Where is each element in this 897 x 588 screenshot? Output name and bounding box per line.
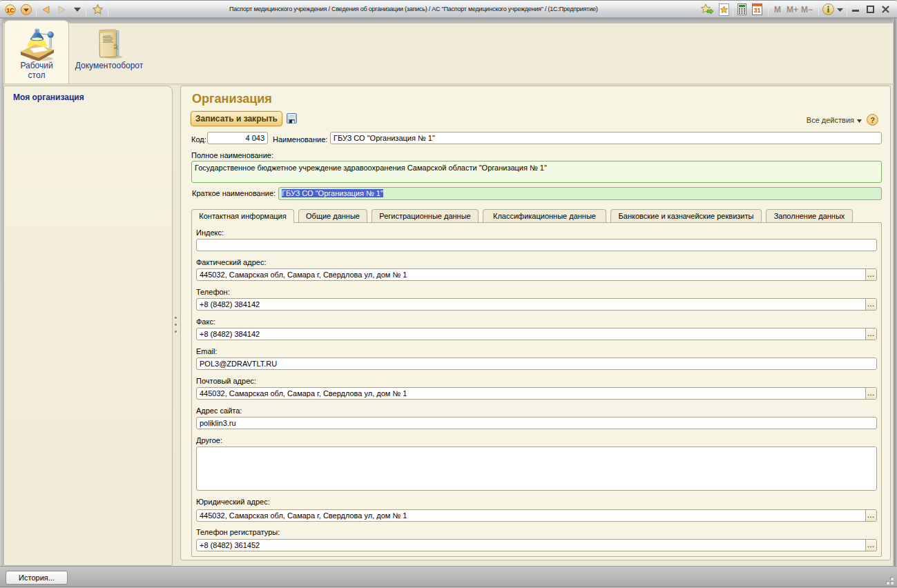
svg-text:31: 31 [753,7,760,14]
svg-text:1C: 1C [6,7,15,14]
